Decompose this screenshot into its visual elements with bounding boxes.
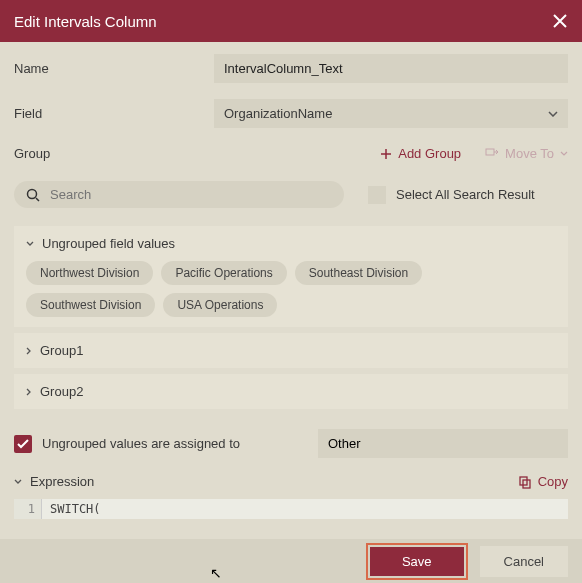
search-box[interactable] (14, 181, 344, 208)
ungrouped-panel: Ungrouped field values Northwest Divisio… (14, 226, 568, 327)
select-all-checkbox[interactable] (368, 186, 386, 204)
group-label: Group (14, 146, 380, 161)
assigned-label: Ungrouped values are assigned to (42, 436, 308, 451)
field-value: OrganizationName (224, 106, 332, 121)
save-button[interactable]: Save (370, 547, 464, 576)
copy-label: Copy (538, 474, 568, 489)
dialog-titlebar: Edit Intervals Column (0, 0, 582, 42)
group-header[interactable]: Group1 (26, 343, 556, 358)
search-input[interactable] (50, 187, 332, 202)
search-icon (26, 188, 40, 202)
cursor-icon: ↖ (210, 565, 222, 581)
field-label: Field (14, 106, 204, 121)
close-icon[interactable] (552, 13, 568, 29)
field-select[interactable]: OrganizationName (214, 99, 568, 128)
copy-icon (518, 475, 532, 489)
assigned-checkbox[interactable] (14, 435, 32, 453)
group-name: Group2 (40, 384, 83, 399)
ungrouped-header[interactable]: Ungrouped field values (26, 236, 556, 251)
chevron-down-icon (26, 241, 34, 247)
ungrouped-title: Ungrouped field values (42, 236, 175, 251)
group-name: Group1 (40, 343, 83, 358)
code-line: SWITCH( (42, 499, 109, 519)
select-all-label: Select All Search Result (396, 187, 535, 202)
value-chip[interactable]: Southwest Division (26, 293, 155, 317)
expression-editor[interactable]: 1 SWITCH( (14, 499, 568, 519)
group-header[interactable]: Group2 (26, 384, 556, 399)
chevron-down-icon (14, 479, 22, 485)
expression-toggle[interactable]: Expression (14, 474, 94, 489)
value-chip[interactable]: Pacific Operations (161, 261, 286, 285)
add-group-button[interactable]: Add Group (380, 146, 461, 161)
group-panel: Group1 (14, 333, 568, 368)
chevron-down-icon (560, 151, 568, 156)
chevron-right-icon (26, 347, 32, 355)
expression-label: Expression (30, 474, 94, 489)
group-panel: Group2 (14, 374, 568, 409)
plus-icon (380, 148, 392, 160)
copy-button[interactable]: Copy (518, 474, 568, 489)
name-label: Name (14, 61, 204, 76)
line-number: 1 (14, 499, 42, 519)
name-input[interactable] (214, 54, 568, 83)
cancel-button[interactable]: Cancel (480, 546, 568, 577)
dialog-footer: Save Cancel (0, 539, 582, 583)
value-chip[interactable]: Southeast Division (295, 261, 422, 285)
move-icon (485, 148, 499, 160)
add-group-label: Add Group (398, 146, 461, 161)
svg-point-1 (28, 189, 37, 198)
value-chip[interactable]: Northwest Division (26, 261, 153, 285)
svg-rect-0 (486, 149, 494, 155)
assigned-value-input[interactable] (318, 429, 568, 458)
chevron-right-icon (26, 388, 32, 396)
value-chip[interactable]: USA Operations (163, 293, 277, 317)
move-to-label: Move To (505, 146, 554, 161)
chevron-down-icon (548, 111, 558, 117)
dialog-title: Edit Intervals Column (14, 13, 157, 30)
move-to-button: Move To (485, 146, 568, 161)
